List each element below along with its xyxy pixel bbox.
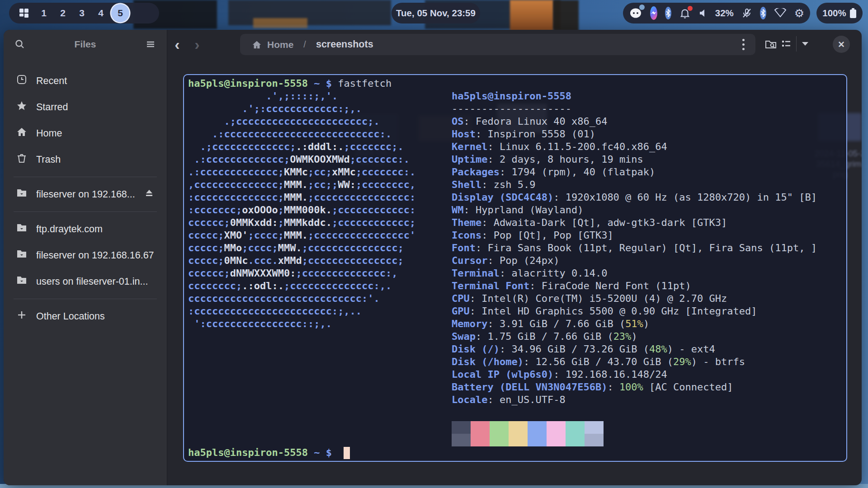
kebab-menu-icon[interactable] [740,36,747,53]
fedora-ascii-logo: .',;::::;,'. .';:cccccccccccc:;,. .;cccc… [188,90,415,330]
files-header-bar: ‹ › Home / screenshots [167,30,862,59]
clock[interactable]: Tue, 05 Nov, 23:59 [392,3,480,23]
toolbar-divider [796,36,797,52]
sidebar-item-label: Recent [36,75,154,87]
sidebar-item-other-locations[interactable]: Other Locations [7,303,163,329]
sidebar-item-trash[interactable]: Trash [7,146,163,173]
battery-pill: 100% [816,3,863,23]
battery-level: 100% [822,8,846,19]
trash-icon [16,153,27,166]
status-bar: 12345 Tue, 05 Nov, 23:59 32% ⚙ [0,0,868,27]
chevron-down-icon[interactable] [801,41,809,47]
plus-icon [16,310,27,323]
sidebar-item-label: fileserver on 192.168... [36,189,135,200]
terminal-window[interactable]: ha5pls@inspiron-5558 ~ $ fastfetch .',;:… [183,74,847,462]
breadcrumb-current[interactable]: screenshots [316,39,373,50]
typed-command: fastfetch [338,78,392,89]
close-window-button[interactable]: ✕ [833,36,850,53]
sidebar-item-label: Trash [36,154,154,165]
palette-swatch-bottom-3 [509,434,528,446]
hamburger-menu-icon[interactable] [145,39,156,50]
recent-icon [16,74,27,88]
discord-icon[interactable] [629,6,642,20]
workspace-1[interactable]: 1 [34,8,53,19]
forward-button[interactable]: › [187,38,207,51]
window-title: Files [25,39,145,50]
files-sidebar-header: Files [4,30,167,59]
sidebar-item-ftp-draytek-com[interactable]: ftp.draytek.com [7,216,163,242]
palette-swatch-top-2 [490,421,509,434]
palette-swatch-top-5 [547,421,566,434]
view-toggle-group [781,36,809,52]
apps-grid-icon[interactable] [18,7,30,19]
fastfetch-info: ha5pls@inspiron-5558 -------------------… [452,90,817,406]
palette-swatch-bottom-2 [490,434,509,446]
volume-icon[interactable] [698,9,708,18]
sidebar-item-users-on-fileserver-01-in[interactable]: users on fileserver-01.in... [7,268,163,295]
sidebar-item-label: users on fileserver-01.in... [36,276,154,287]
sidebar-item-label: Home [36,128,154,139]
prompt-symbol: ~ $ [308,78,338,89]
breadcrumb-separator: / [303,39,306,50]
sidebar-separator [14,299,157,299]
wifi-icon[interactable] [774,8,787,18]
sidebar-item-label: fileserver on 192.168.16.67 [36,250,154,261]
sidebar-item-fileserver-on-192-168[interactable]: fileserver on 192.168... [7,181,163,207]
prompt-symbol: ~ $ [308,446,338,459]
home-icon [252,40,262,50]
terminal-cursor [344,447,350,459]
workspace-2[interactable]: 2 [53,8,72,19]
palette-swatch-bottom-7 [585,434,604,446]
palette-swatch-top-3 [509,421,528,434]
settings-gear-icon[interactable]: ⚙ [794,7,804,20]
palette-swatch-top-6 [566,421,585,434]
messenger-icon[interactable] [650,6,657,20]
palette-swatch-bottom-4 [528,434,547,446]
folder-icon [16,249,27,262]
palette-swatch-bottom-6 [566,434,585,446]
bluetooth-icon[interactable] [665,7,671,19]
workspaces-pill: 12345 [9,3,159,23]
palette-swatch-top-1 [471,421,490,434]
sidebar-item-label: Starred [36,102,154,113]
palette-swatch-bottom-0 [452,434,471,446]
sidebar-item-fileserver-on-192-168-16-67[interactable]: fileserver on 192.168.16.67 [7,242,163,268]
search-icon[interactable] [14,39,25,50]
back-button[interactable]: ‹ [167,38,187,51]
battery-icon [849,8,857,19]
folder-icon [16,188,27,201]
eject-icon[interactable] [144,188,154,200]
workspace-3[interactable]: 3 [72,8,91,19]
list-view-icon[interactable] [781,38,792,49]
palette-swatch-bottom-1 [471,434,490,446]
notifications-bell-icon[interactable] [679,7,691,19]
discord-badge [639,5,645,10]
star-icon [16,100,27,114]
terminal-prompt-line-2: ha5pls@inspiron-5558 ~ $ [188,446,350,459]
sidebar-item-recent[interactable]: Recent [7,68,163,94]
breadcrumb[interactable]: Home / screenshots [240,34,755,55]
palette-swatch-top-0 [452,421,471,434]
mic-muted-icon[interactable] [741,8,752,19]
prompt-user-host: ha5pls@inspiron-5558 [188,446,308,459]
palette-swatch-bottom-5 [547,434,566,446]
workspace-4[interactable]: 4 [91,8,110,19]
sidebar-separator [14,177,157,177]
system-tray-pill: 32% ⚙ [623,3,810,23]
terminal-color-palette [452,421,604,446]
home-icon [16,127,27,140]
notification-badge [688,6,693,11]
volume-level: 32% [715,8,734,19]
breadcrumb-home[interactable]: Home [267,39,293,50]
workspace-5-active[interactable]: 5 [111,4,129,22]
sidebar-items-list: RecentStarredHomeTrashfileserver on 192.… [4,59,167,329]
folder-search-icon[interactable] [765,39,778,50]
sidebar-item-home[interactable]: Home [7,120,163,146]
files-sidebar: Files RecentStarredHomeTrashfileserver o… [4,30,167,485]
sidebar-item-starred[interactable]: Starred [7,94,163,120]
sidebar-item-label: ftp.draytek.com [36,224,154,235]
bluetooth-connected-icon[interactable] [760,7,766,19]
sidebar-item-label: Other Locations [36,311,154,322]
terminal-prompt-line: ha5pls@inspiron-5558 ~ $ fastfetch [188,77,392,90]
prompt-user-host: ha5pls@inspiron-5558 [188,78,308,89]
